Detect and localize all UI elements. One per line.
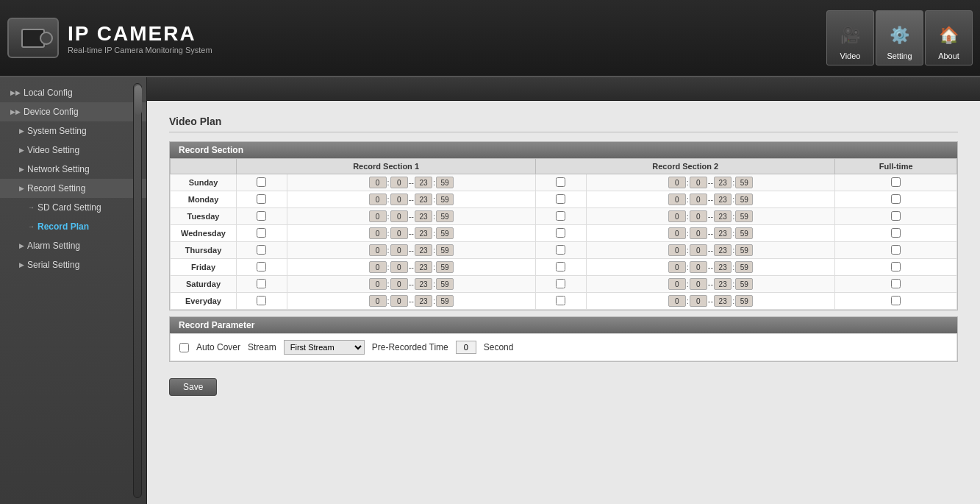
fulltime-checkbox-6[interactable]	[891, 279, 901, 288]
sidebar-scrollbar[interactable]	[133, 83, 142, 498]
sec1-checkbox-4[interactable]	[257, 245, 266, 255]
sec2-checkbox-6[interactable]	[556, 279, 565, 288]
time-input-s2-5-m2[interactable]	[735, 261, 753, 273]
sec1-checkbox-6[interactable]	[257, 279, 266, 288]
time-input-s2-0-m1[interactable]	[690, 177, 707, 188]
time-input-s1-0-h1[interactable]	[369, 177, 387, 188]
sec2-checkbox-2[interactable]	[556, 211, 565, 221]
sidebar-item-record-setting[interactable]: ▶ Record Setting	[0, 179, 146, 198]
time-input-s2-3-m2[interactable]	[735, 227, 753, 239]
sec2-checkbox-0[interactable]	[556, 177, 565, 187]
time-input-s2-1-m1[interactable]	[690, 194, 707, 205]
sidebar-item-sd-card[interactable]: → SD Card Setting	[0, 198, 146, 217]
stream-select[interactable]: First Stream Second Stream	[284, 340, 365, 355]
time-input-s1-6-h2[interactable]	[415, 278, 432, 290]
sec1-checkbox-1[interactable]	[257, 194, 266, 204]
time-input-s1-4-h2[interactable]	[415, 244, 432, 256]
time-input-s1-5-m2[interactable]	[436, 261, 454, 273]
sidebar-item-device-config[interactable]: ▶▶ Device Config	[0, 102, 146, 121]
time-input-s2-0-h2[interactable]	[714, 177, 732, 188]
sec1-checkbox-0[interactable]	[257, 177, 266, 187]
time-input-s1-0-h2[interactable]	[415, 177, 432, 188]
time-input-s2-4-h1[interactable]	[668, 244, 686, 256]
time-input-s1-5-h2[interactable]	[415, 261, 432, 273]
sidebar-item-system-setting[interactable]: ▶ System Setting	[0, 121, 146, 141]
time-input-s2-2-m2[interactable]	[735, 210, 753, 222]
time-input-s1-1-h1[interactable]	[369, 194, 387, 205]
time-input-s2-4-h2[interactable]	[714, 244, 732, 256]
time-input-s2-3-h2[interactable]	[714, 227, 732, 239]
fulltime-checkbox-4[interactable]	[891, 245, 901, 255]
time-input-s1-2-m1[interactable]	[390, 210, 408, 222]
time-input-s1-2-h2[interactable]	[415, 210, 432, 222]
fulltime-checkbox-5[interactable]	[891, 262, 901, 271]
sidebar-item-video-setting[interactable]: ▶ Video Setting	[0, 141, 146, 160]
time-input-s1-1-h2[interactable]	[415, 194, 432, 205]
time-input-s2-2-m1[interactable]	[690, 210, 707, 222]
sec2-checkbox-4[interactable]	[556, 245, 565, 255]
fulltime-checkbox-1[interactable]	[891, 194, 901, 204]
sec2-checkbox-3[interactable]	[556, 228, 565, 238]
nav-video[interactable]: 🎥 Video	[826, 10, 874, 65]
sec1-checkbox-3[interactable]	[257, 228, 266, 238]
time-input-s1-3-m1[interactable]	[390, 227, 408, 239]
time-input-s2-6-h1[interactable]	[668, 278, 686, 290]
fulltime-checkbox-0[interactable]	[891, 177, 901, 187]
time-input-s2-7-m1[interactable]	[690, 295, 707, 307]
time-input-s1-7-h2[interactable]	[415, 295, 432, 307]
time-input-s1-7-h1[interactable]	[369, 295, 387, 307]
time-input-s2-5-h1[interactable]	[668, 261, 686, 273]
time-input-s2-1-h2[interactable]	[714, 194, 732, 205]
time-input-s1-3-h1[interactable]	[369, 227, 387, 239]
time-input-s2-0-h1[interactable]	[668, 177, 686, 188]
sec2-checkbox-1[interactable]	[556, 194, 565, 204]
time-input-s2-5-h2[interactable]	[714, 261, 732, 273]
time-input-s2-6-h2[interactable]	[714, 278, 732, 290]
sidebar-item-alarm-setting[interactable]: ▶ Alarm Setting	[0, 236, 146, 255]
time-input-s2-6-m2[interactable]	[735, 278, 753, 290]
time-input-s2-4-m2[interactable]	[735, 244, 753, 256]
time-input-s2-3-m1[interactable]	[690, 227, 707, 239]
auto-cover-checkbox[interactable]	[179, 343, 189, 352]
time-input-s1-6-m1[interactable]	[390, 278, 408, 290]
time-input-s2-0-m2[interactable]	[735, 177, 753, 188]
time-input-s1-0-m2[interactable]	[436, 177, 454, 188]
time-input-s1-5-m1[interactable]	[390, 261, 408, 273]
time-input-s1-2-m2[interactable]	[436, 210, 454, 222]
time-input-s1-3-h2[interactable]	[415, 227, 432, 239]
nav-about[interactable]: 🏠 About	[925, 10, 973, 65]
fulltime-checkbox-3[interactable]	[891, 228, 901, 238]
sec1-checkbox-2[interactable]	[257, 211, 266, 221]
time-input-s1-3-m2[interactable]	[436, 227, 454, 239]
time-input-s1-2-h1[interactable]	[369, 210, 387, 222]
sidebar-item-local-config[interactable]: ▶▶ Local Config	[0, 83, 146, 102]
time-input-s1-7-m1[interactable]	[390, 295, 408, 307]
sidebar-item-serial-setting[interactable]: ▶ Serial Setting	[0, 255, 146, 274]
time-input-s2-7-m2[interactable]	[735, 295, 753, 307]
time-input-s1-0-m1[interactable]	[390, 177, 408, 188]
time-input-s2-2-h2[interactable]	[714, 210, 732, 222]
time-input-s1-6-h1[interactable]	[369, 278, 387, 290]
time-input-s2-1-h1[interactable]	[668, 194, 686, 205]
sidebar-item-network-setting[interactable]: ▶ Network Setting	[0, 160, 146, 179]
time-input-s2-2-h1[interactable]	[668, 210, 686, 222]
time-input-s2-6-m1[interactable]	[690, 278, 707, 290]
time-input-s1-4-m1[interactable]	[390, 244, 408, 256]
fulltime-checkbox-7[interactable]	[891, 296, 901, 305]
sec2-checkbox-5[interactable]	[556, 262, 565, 271]
sidebar-item-record-plan[interactable]: → Record Plan	[0, 217, 146, 236]
time-input-s1-4-m2[interactable]	[436, 244, 454, 256]
time-input-s1-1-m1[interactable]	[390, 194, 408, 205]
save-button[interactable]: Save	[169, 378, 217, 396]
fulltime-checkbox-2[interactable]	[891, 211, 901, 221]
nav-setting[interactable]: ⚙️ Setting	[876, 10, 923, 65]
time-input-s1-7-m2[interactable]	[436, 295, 454, 307]
time-input-s2-1-m2[interactable]	[735, 194, 753, 205]
sec2-checkbox-7[interactable]	[556, 296, 565, 305]
sec1-checkbox-7[interactable]	[257, 296, 266, 305]
time-input-s2-7-h2[interactable]	[714, 295, 732, 307]
time-input-s2-4-m1[interactable]	[690, 244, 707, 256]
sec1-checkbox-5[interactable]	[257, 262, 266, 271]
pre-record-input[interactable]	[456, 341, 476, 354]
time-input-s1-4-h1[interactable]	[369, 244, 387, 256]
